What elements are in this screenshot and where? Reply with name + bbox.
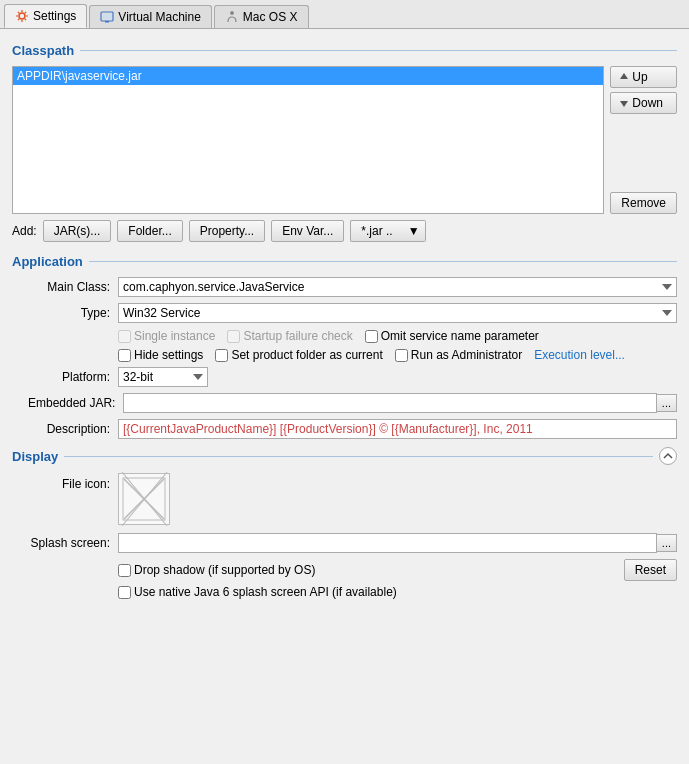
main-class-row: Main Class: com.caphyon.service.JavaServ…	[12, 277, 677, 297]
tab-mac-os-x[interactable]: Mac OS X	[214, 5, 309, 28]
settings-icon	[15, 9, 29, 23]
tab-virtual-machine-label: Virtual Machine	[118, 10, 201, 24]
platform-row: Platform: 32-bit64-bit	[12, 367, 677, 387]
hide-settings-input[interactable]	[118, 349, 131, 362]
checkboxes-row-1: Single instance Startup failure check Om…	[12, 329, 677, 343]
main-class-label: Main Class:	[28, 280, 118, 294]
splash-browse-button[interactable]: ...	[657, 534, 677, 552]
add-bar: Add: JAR(s)... Folder... Property... Env…	[12, 220, 677, 242]
display-title: Display	[12, 449, 58, 464]
application-section-header: Application	[12, 254, 677, 269]
description-label: Description:	[28, 422, 118, 436]
native-java6-checkbox[interactable]: Use native Java 6 splash screen API (if …	[118, 585, 397, 599]
svg-rect-3	[105, 21, 109, 23]
embedded-jar-row: Embedded JAR: ...	[12, 393, 677, 413]
type-row: Type: Win32 ServiceConsoleWindows	[12, 303, 677, 323]
add-property-button[interactable]: Property...	[189, 220, 265, 242]
add-jar-filter-arrow[interactable]: ▼	[403, 220, 426, 242]
platform-select[interactable]: 32-bit64-bit	[118, 367, 208, 387]
drop-shadow-row: Drop shadow (if supported by OS) Reset	[12, 559, 677, 581]
tab-virtual-machine[interactable]: Virtual Machine	[89, 5, 212, 28]
classpath-section-header: Classpath	[12, 43, 677, 58]
classpath-list[interactable]: APPDIR\javaservice.jar	[12, 66, 604, 214]
vm-icon	[100, 10, 114, 24]
native-java6-row: Use native Java 6 splash screen API (if …	[12, 585, 677, 599]
checkboxes-row-2: Hide settings Set product folder as curr…	[12, 348, 677, 362]
file-icon-row: File icon:	[12, 473, 677, 525]
drop-shadow-checkbox[interactable]: Drop shadow (if supported by OS)	[118, 563, 616, 577]
run-as-admin-checkbox[interactable]: Run as Administrator	[395, 348, 522, 362]
hide-settings-checkbox[interactable]: Hide settings	[118, 348, 203, 362]
startup-failure-checkbox[interactable]: Startup failure check	[227, 329, 352, 343]
up-button[interactable]: Up	[610, 66, 677, 88]
execution-level-link[interactable]: Execution level...	[534, 348, 625, 362]
add-jar-filter-button[interactable]: *.jar ..	[350, 220, 402, 242]
drop-shadow-input[interactable]	[118, 564, 131, 577]
classpath-divider	[80, 50, 677, 51]
add-envvar-button[interactable]: Env Var...	[271, 220, 344, 242]
platform-label: Platform:	[28, 370, 118, 384]
add-folder-button[interactable]: Folder...	[117, 220, 182, 242]
native-java6-input[interactable]	[118, 586, 131, 599]
file-icon-placeholder[interactable]	[118, 473, 170, 525]
main-class-select[interactable]: com.caphyon.service.JavaService	[118, 277, 677, 297]
single-instance-input[interactable]	[118, 330, 131, 343]
reset-button[interactable]: Reset	[624, 559, 677, 581]
startup-failure-input[interactable]	[227, 330, 240, 343]
application-title: Application	[12, 254, 83, 269]
display-section-header: Display	[12, 447, 677, 465]
main-content: Classpath APPDIR\javaservice.jar Up Down…	[0, 29, 689, 609]
down-button[interactable]: Down	[610, 92, 677, 114]
add-jar-filter-dropdown[interactable]: *.jar .. ▼	[350, 220, 425, 242]
omit-service-name-input[interactable]	[365, 330, 378, 343]
run-as-admin-input[interactable]	[395, 349, 408, 362]
omit-service-name-checkbox[interactable]: Omit service name parameter	[365, 329, 539, 343]
classpath-title: Classpath	[12, 43, 74, 58]
file-icon-x	[122, 477, 166, 521]
file-icon-label: File icon:	[28, 473, 118, 491]
type-select[interactable]: Win32 ServiceConsoleWindows	[118, 303, 677, 323]
classpath-area: APPDIR\javaservice.jar Up Down Remove	[12, 66, 677, 214]
remove-button[interactable]: Remove	[610, 192, 677, 214]
tab-bar: Settings Virtual Machine Mac OS X	[0, 0, 689, 29]
application-divider	[89, 261, 677, 262]
embedded-jar-browse-button[interactable]: ...	[657, 394, 677, 412]
display-divider	[64, 456, 653, 457]
description-input[interactable]	[118, 419, 677, 439]
up-arrow-icon	[619, 72, 629, 82]
classpath-side-buttons: Up Down Remove	[610, 66, 677, 214]
display-collapse-button[interactable]	[659, 447, 677, 465]
classpath-list-item[interactable]: APPDIR\javaservice.jar	[13, 67, 603, 85]
down-arrow-icon	[619, 98, 629, 108]
embedded-jar-input[interactable]	[123, 393, 656, 413]
chevron-up-icon	[663, 452, 673, 460]
tab-mac-os-x-label: Mac OS X	[243, 10, 298, 24]
splash-screen-input[interactable]	[118, 533, 657, 553]
embedded-jar-label: Embedded JAR:	[28, 396, 123, 410]
add-jars-button[interactable]: JAR(s)...	[43, 220, 112, 242]
tab-settings-label: Settings	[33, 9, 76, 23]
tab-settings[interactable]: Settings	[4, 4, 87, 28]
svg-point-0	[19, 13, 25, 19]
splash-screen-row: Splash screen: ...	[12, 533, 677, 553]
set-product-folder-input[interactable]	[215, 349, 228, 362]
splash-screen-label: Splash screen:	[28, 536, 118, 550]
add-label: Add:	[12, 224, 37, 238]
single-instance-checkbox[interactable]: Single instance	[118, 329, 215, 343]
svg-rect-2	[103, 14, 111, 19]
type-label: Type:	[28, 306, 118, 320]
set-product-folder-checkbox[interactable]: Set product folder as current	[215, 348, 382, 362]
description-row: Description:	[12, 419, 677, 439]
mac-icon	[225, 10, 239, 24]
